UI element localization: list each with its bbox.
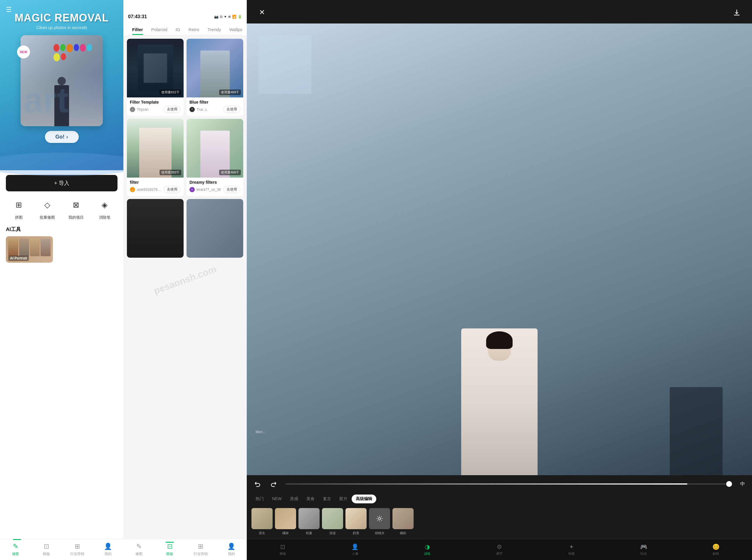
eraser-label: 消除笔 bbox=[99, 215, 111, 220]
cat-retro[interactable]: 复古 bbox=[319, 495, 335, 503]
author-avatar-1: T bbox=[190, 107, 195, 112]
profile-icon: 👤 bbox=[104, 543, 112, 550]
cat-texture[interactable]: 质感 bbox=[286, 495, 302, 503]
filter-img-3: 使用量468千 bbox=[187, 119, 243, 178]
filter-card-3[interactable]: 使用量468千 Dreamy filters k kirara77_us_39 … bbox=[187, 119, 243, 196]
cat-film[interactable]: 胶片 bbox=[335, 495, 352, 503]
tab-wallpaper[interactable]: Wallpaper bbox=[225, 24, 242, 35]
svg-point-0 bbox=[378, 517, 381, 520]
filter-thumb-2[interactable]: 初夏 bbox=[298, 508, 320, 535]
p2-template-icon: ⊡ bbox=[167, 543, 172, 550]
p2-nav-template[interactable]: ⊡ 模板 bbox=[154, 543, 185, 557]
cat-hot[interactable]: 热门 bbox=[251, 495, 268, 503]
p3-nav-play[interactable]: 🎮 玩法 bbox=[608, 543, 680, 556]
filter-img-0: 使用量631千 bbox=[127, 39, 184, 97]
author-name-3: kirara77_us_39 bbox=[196, 187, 221, 192]
go-button[interactable]: Go! › bbox=[45, 131, 79, 143]
p3-nav-portrait[interactable]: 👤 人像 bbox=[319, 543, 391, 556]
tool-batch[interactable]: ◇ 批量修图 bbox=[35, 197, 60, 220]
thumb-label-4: 奶香 bbox=[353, 531, 359, 535]
hero-title: MAGIC REMOVAL bbox=[15, 12, 109, 24]
filter-card-info-0: Filter Template ♪ Thyzan 去使用 bbox=[127, 97, 184, 116]
close-button[interactable]: ✕ bbox=[255, 6, 269, 19]
p2-profile-icon: 👤 bbox=[227, 543, 235, 550]
filter-card-5[interactable] bbox=[187, 199, 243, 258]
p2-nav-profile[interactable]: 👤 我的 bbox=[216, 543, 247, 557]
tab-trendy[interactable]: Trendy bbox=[203, 24, 225, 35]
filter-person-dark bbox=[138, 45, 173, 92]
filter-title-0: Filter Template bbox=[130, 100, 181, 104]
author-avatar-3: k bbox=[190, 187, 195, 192]
filter-card-info-1: Blue filter T Truc .L 去使用 bbox=[187, 97, 243, 116]
filter-card-0[interactable]: 使用量631千 Filter Template ♪ Thyzan 去使用 bbox=[127, 39, 184, 116]
thumb-label-5: 胡桃木 bbox=[375, 531, 385, 535]
cat-advanced[interactable]: 高级编辑 bbox=[352, 495, 376, 503]
p2-nav-edit[interactable]: ✎ 修图 bbox=[123, 543, 154, 557]
p3-nav-filter[interactable]: ◑ 滤镜 bbox=[391, 543, 463, 556]
p3-nav-sticker[interactable]: 😊 贴纸 bbox=[680, 543, 752, 556]
filter-card-2[interactable]: 使用量393千 filter 🔥 user63192782... 去使用 bbox=[127, 119, 184, 196]
marketing-icon: ⊞ bbox=[75, 543, 80, 550]
batch-label: 批量修图 bbox=[40, 215, 55, 220]
thumb-label-2: 初夏 bbox=[306, 531, 312, 535]
nav-item-template[interactable]: ⊡ 模板 bbox=[31, 543, 62, 557]
p2-nav-marketing[interactable]: ⊞ 行业营销 bbox=[185, 543, 216, 557]
filter-author-3: k kirara77_us_39 去使用 bbox=[190, 186, 240, 193]
thumb-img-4 bbox=[345, 508, 367, 529]
filter-thumb-3[interactable]: 清道 bbox=[322, 508, 343, 535]
use-btn-2[interactable]: 去使用 bbox=[163, 186, 181, 193]
filter-thumb-0[interactable]: 原生 bbox=[251, 508, 273, 535]
filter-card-4[interactable] bbox=[127, 199, 184, 258]
filter-author-2: 🔥 user63192782... 去使用 bbox=[130, 186, 181, 193]
cat-new[interactable]: NEW bbox=[268, 495, 286, 503]
p3-nav-template[interactable]: ⊡ 模板 bbox=[247, 543, 319, 556]
cat-food[interactable]: 美食 bbox=[302, 495, 319, 503]
filter-thumbnails[interactable]: 原生 橘林 初夏 清道 奶香 胡桃木 bbox=[247, 506, 752, 539]
use-btn-0[interactable]: 去使用 bbox=[163, 106, 181, 113]
panel2-header: 07:43:31 📷⊙✦≋📶🔋 Filter Polaroid IG Retro… bbox=[123, 0, 247, 35]
filter-thumb-6[interactable]: 橘粉 bbox=[392, 508, 413, 535]
projects-label: 我的项目 bbox=[69, 215, 84, 220]
p2-edit-icon: ✎ bbox=[136, 543, 141, 550]
ai-section: AI工具 AI Portrait bbox=[0, 226, 123, 267]
hero-subtitle: Clean up photos in seconds bbox=[36, 25, 87, 30]
slider-thumb[interactable] bbox=[726, 481, 732, 487]
filter-card-1[interactable]: 使用量489千 Blue filter T Truc .L 去使用 bbox=[187, 39, 243, 116]
p3-nav-effect[interactable]: ✦ 特效 bbox=[536, 543, 608, 556]
face-4 bbox=[41, 239, 51, 256]
filter-thumb-4[interactable]: 奶香 bbox=[345, 508, 367, 535]
filter-scroll-area[interactable]: pesaonsh.com 使用量631千 Filter Template ♪ T… bbox=[123, 35, 247, 560]
author-name-2: user63192782... bbox=[137, 187, 162, 192]
download-button[interactable] bbox=[730, 6, 743, 19]
intensity-slider[interactable] bbox=[286, 483, 732, 484]
tab-polaroid[interactable]: Polaroid bbox=[147, 24, 172, 35]
ai-portrait-card[interactable]: AI Portrait bbox=[6, 236, 53, 263]
thumb-label-1: 橘林 bbox=[282, 531, 289, 535]
tool-projects[interactable]: ⊠ 我的项目 bbox=[63, 197, 89, 220]
nav-item-marketing[interactable]: ⊞ 行业营销 bbox=[62, 543, 93, 557]
tool-eraser[interactable]: ◈ 消除笔 bbox=[92, 197, 118, 220]
wave-decoration bbox=[0, 153, 123, 176]
p2-nav-template-label: 模板 bbox=[166, 552, 173, 557]
p3-nav-adjust[interactable]: ⚙ 调节 bbox=[463, 543, 536, 556]
redo-button[interactable] bbox=[268, 479, 278, 489]
tool-puzzle[interactable]: ⊞ 拼图 bbox=[6, 197, 32, 220]
use-btn-3[interactable]: 去使用 bbox=[223, 186, 240, 193]
nav-item-edit[interactable]: ✎ 修图 bbox=[0, 543, 31, 557]
menu-icon[interactable]: ☰ bbox=[6, 6, 12, 14]
filter-dreamy-bg: 使用量468千 bbox=[187, 119, 243, 178]
p3-nav-adjust-label: 调节 bbox=[496, 552, 503, 556]
use-btn-1[interactable]: 去使用 bbox=[223, 106, 240, 113]
filter-thumb-5[interactable]: 胡桃木 bbox=[369, 508, 390, 535]
tab-ig[interactable]: IG bbox=[172, 24, 185, 35]
status-bar: 07:43:31 📷⊙✦≋📶🔋 bbox=[128, 14, 242, 22]
filter-thumb-1[interactable]: 橘林 bbox=[275, 508, 296, 535]
tab-retro[interactable]: Retro bbox=[185, 24, 204, 35]
p3-sticker-icon: 😊 bbox=[712, 543, 720, 550]
tab-filter[interactable]: Filter bbox=[128, 24, 147, 35]
nav-item-profile[interactable]: 👤 我的 bbox=[93, 543, 123, 557]
import-button[interactable]: + 导入 bbox=[6, 175, 117, 192]
status-icons: 📷⊙✦≋📶🔋 bbox=[214, 15, 242, 19]
undo-button[interactable] bbox=[253, 479, 263, 489]
filter-card-info-2: filter 🔥 user63192782... 去使用 bbox=[127, 178, 184, 196]
